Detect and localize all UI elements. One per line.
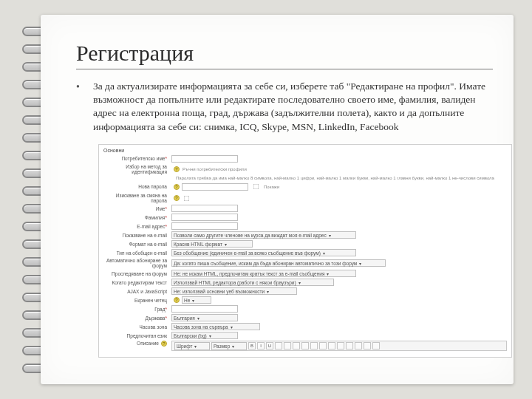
field-language: Предпочитан език Български (bg) [103, 332, 507, 339]
field-lastname: Фамилия* [103, 214, 507, 221]
password-hint: Паролата трябва да има най-малко 8 симво… [176, 176, 507, 181]
field-track: Проследяване на форум Не: не искам HTML,… [103, 270, 507, 277]
toolbar-btn[interactable] [355, 342, 362, 349]
field-username: Потребителско име* [103, 155, 507, 163]
field-subscribe: Автоматично абониране за форум Да: когат… [103, 258, 507, 268]
city-input[interactable] [171, 305, 238, 313]
slide-page: Регистрация • За да актуализирате информ… [41, 15, 514, 384]
username-input[interactable] [171, 155, 238, 163]
show-password-label: Покажи [264, 185, 279, 189]
page-title: Регистрация [76, 41, 493, 69]
reader-select[interactable]: Не [182, 296, 211, 304]
field-email-format: Формат на e-mail Красив HTML формат [103, 240, 507, 248]
field-new-password: Нова парола ? Покажи [103, 182, 507, 191]
toolbar-btn[interactable] [364, 342, 371, 349]
help-icon[interactable]: ? [174, 195, 180, 201]
help-icon[interactable]: ? [161, 341, 167, 347]
email-input[interactable] [171, 222, 238, 230]
timezone-select[interactable]: Часова зона на сървъра [171, 323, 260, 330]
help-icon[interactable]: ? [174, 297, 180, 303]
toolbar-btn[interactable] [328, 342, 335, 349]
size-select[interactable]: Размер [211, 342, 247, 350]
toolbar-btn[interactable] [346, 342, 353, 349]
toolbar-btn[interactable] [293, 342, 300, 349]
editor-select[interactable]: Използвай HTML редактора (работи с някои… [171, 279, 334, 286]
bullet-item: • За да актуализирате информацията за се… [76, 80, 493, 134]
field-editor: Когато редактирам текст Използвай HTML р… [103, 279, 507, 286]
field-auth-method: Избор на метод за идентификация ? Ръчни … [103, 164, 507, 174]
help-icon[interactable]: ? [174, 166, 180, 172]
country-select[interactable]: България [171, 314, 238, 321]
field-email-display: Показване на e-mail Позволи само другите… [103, 231, 507, 239]
subscribe-select[interactable]: Да: когато пиша съобщение, искам да бъда… [171, 259, 386, 267]
field-description: Описание? Шрифт Размер B I U [103, 341, 507, 351]
field-email: E-mail адрес* [103, 222, 507, 230]
field-firstname: Име* [103, 205, 507, 212]
show-password-checkbox[interactable] [253, 184, 259, 190]
ajax-select[interactable]: Не: използвай основни уеб възможности [171, 287, 297, 295]
new-password-input[interactable] [182, 183, 248, 191]
field-reader: Екранен четец ? Не [103, 296, 507, 304]
track-select[interactable]: Не: не искам HTML, предпочитам кратък те… [171, 270, 356, 277]
email-display-select[interactable]: Позволи само другите членове на курса да… [171, 231, 356, 239]
field-city: Град* [103, 305, 507, 313]
font-select[interactable]: Шрифт [174, 342, 210, 350]
force-change-checkbox[interactable] [184, 196, 190, 202]
toolbar-btn[interactable] [310, 342, 318, 349]
help-icon[interactable]: ? [174, 184, 180, 190]
toolbar-btn[interactable] [337, 342, 344, 349]
field-force-change: Изискване за смяна на парола ? [103, 193, 507, 203]
language-select[interactable]: Български (bg) [171, 332, 238, 339]
bold-button[interactable]: B [248, 342, 256, 349]
toolbar-btn[interactable] [301, 342, 309, 349]
field-ajax: AJAX и JavaScript Не: използвай основни … [103, 287, 507, 295]
field-timezone: Часова зона Часова зона на сървъра [103, 323, 507, 330]
toolbar-btn[interactable] [372, 342, 380, 349]
toolbar-btn[interactable] [319, 342, 327, 349]
underline-button[interactable]: U [266, 342, 273, 349]
profile-form-screenshot: Основни Потребителско име* Избор на мето… [98, 144, 512, 358]
email-format-select[interactable]: Красив HTML формат [171, 240, 253, 248]
lastname-input[interactable] [171, 214, 238, 221]
toolbar-btn[interactable] [275, 342, 282, 349]
auth-method-value: Ръчни потребителски профили [183, 167, 247, 171]
toolbar-btn[interactable] [284, 342, 291, 349]
description-text: За да актуализирате информацията за себе… [93, 80, 493, 134]
italic-button[interactable]: I [257, 342, 265, 349]
section-heading: Основни [103, 148, 507, 153]
bullet-dot: • [76, 80, 80, 134]
digest-select[interactable]: Без обобщение (единичен e-mail за всяко … [171, 249, 356, 256]
firstname-input[interactable] [171, 205, 238, 212]
field-country: Държава* България [103, 314, 507, 321]
field-digest: Тип на обобщен e-mail Без обобщение (еди… [103, 249, 507, 256]
editor-toolbar: Шрифт Размер B I U [171, 341, 507, 351]
